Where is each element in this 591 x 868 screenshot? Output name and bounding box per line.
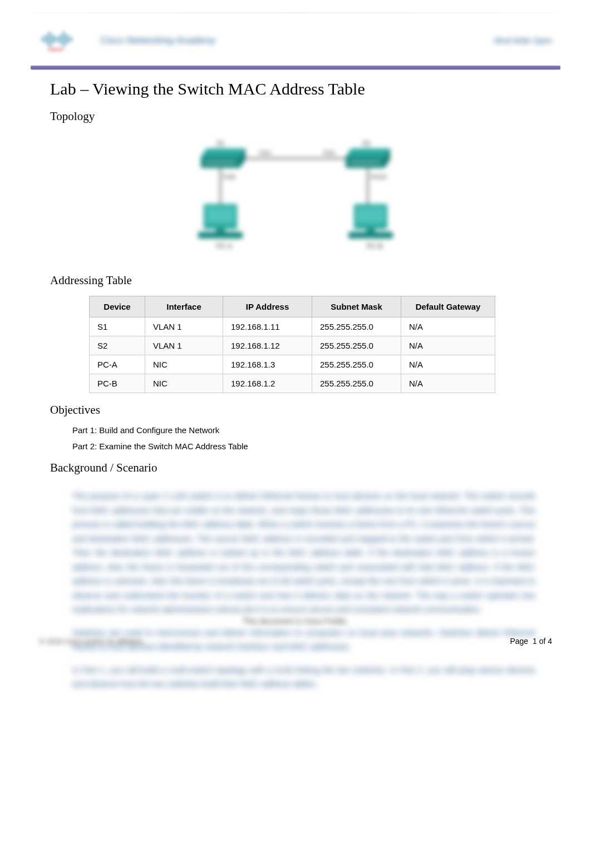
section-addressing-title: Addressing Table	[39, 274, 552, 287]
top-divider	[33, 12, 558, 13]
footer-pagination: Page 1 of 4	[510, 637, 552, 646]
svg-text:PC-B: PC-B	[367, 242, 383, 250]
topology-diagram: F0/1 F0/1 F0/6 F0/18 PC-A PC-B	[39, 132, 552, 260]
page-current: 1	[533, 637, 537, 646]
svg-rect-2	[49, 32, 51, 47]
table-cell: 255.255.255.0	[312, 355, 401, 374]
table-cell: PC-B	[90, 374, 145, 393]
header-right-text: Mind Wide Open	[494, 36, 552, 45]
svg-rect-28	[366, 229, 375, 232]
svg-rect-13	[205, 161, 235, 164]
svg-marker-14	[346, 148, 390, 157]
svg-rect-27	[348, 232, 393, 239]
header-divider-bar	[31, 66, 560, 70]
table-cell: VLAN 1	[145, 318, 223, 336]
footer-copyright: © 2016 Cisco and/or its affiliates.	[39, 637, 145, 646]
svg-text:CISCO: CISCO	[48, 47, 63, 52]
table-cell: NIC	[145, 355, 223, 374]
table-header: IP Address	[223, 296, 312, 318]
objectives-list: Part 1: Build and Configure the Network …	[39, 425, 552, 451]
table-cell: NIC	[145, 374, 223, 393]
table-cell: 192.168.1.11	[223, 318, 312, 336]
svg-rect-1	[45, 35, 47, 44]
table-cell: N/A	[401, 374, 495, 393]
table-cell: 255.255.255.0	[312, 336, 401, 355]
table-row: PC-B NIC 192.168.1.2 255.255.255.0 N/A	[90, 374, 495, 393]
svg-rect-23	[198, 232, 243, 239]
svg-rect-6	[63, 32, 65, 47]
svg-rect-8	[70, 37, 72, 42]
scenario-content: The purpose of a Layer 2 LAN switch is t…	[39, 483, 552, 706]
svg-text:PC-A: PC-A	[216, 242, 233, 250]
svg-text:F0/1: F0/1	[259, 150, 272, 156]
table-row: PC-A NIC 192.168.1.3 255.255.255.0 N/A	[90, 355, 495, 374]
svg-rect-17	[350, 161, 380, 164]
svg-rect-7	[67, 35, 68, 44]
svg-text:F0/1: F0/1	[323, 150, 336, 156]
table-cell: 192.168.1.3	[223, 355, 312, 374]
svg-text:S2: S2	[362, 140, 371, 147]
table-cell: VLAN 1	[145, 336, 223, 355]
table-header: Interface	[145, 296, 223, 318]
table-cell: PC-A	[90, 355, 145, 374]
svg-rect-24	[216, 229, 225, 232]
section-background-title: Background / Scenario	[39, 461, 552, 475]
table-cell: S1	[90, 318, 145, 336]
page-total: 4	[548, 637, 552, 646]
svg-text:F0/18: F0/18	[371, 173, 386, 180]
document-page: CISCO Cisco Networking Academy Mind Wide…	[0, 0, 591, 868]
section-objectives-title: Objectives	[39, 403, 552, 417]
svg-rect-0	[42, 37, 43, 42]
svg-rect-22	[206, 207, 234, 224]
section-topology-title: Topology	[39, 110, 552, 123]
table-cell: 192.168.1.2	[223, 374, 312, 393]
objective-item: Part 2: Examine the Switch MAC Address T…	[72, 442, 552, 451]
table-header-row: Device Interface IP Address Subnet Mask …	[90, 296, 495, 318]
svg-text:F0/6: F0/6	[223, 173, 235, 180]
footer-center-text: This document is Cisco Public.	[39, 617, 552, 626]
table-row: S1 VLAN 1 192.168.1.11 255.255.255.0 N/A	[90, 318, 495, 336]
table-cell: 255.255.255.0	[312, 318, 401, 336]
document-header: CISCO Cisco Networking Academy Mind Wide…	[39, 22, 552, 61]
objective-item: Part 1: Build and Configure the Network	[72, 425, 552, 435]
page-label: Page	[510, 637, 528, 646]
svg-rect-3	[52, 35, 54, 44]
svg-rect-5	[60, 35, 61, 44]
table-cell: 192.168.1.12	[223, 336, 312, 355]
table-cell: N/A	[401, 318, 495, 336]
scenario-paragraph: The purpose of a Layer 2 LAN switch is t…	[72, 489, 535, 617]
table-cell: 255.255.255.0	[312, 374, 401, 393]
page-of: of	[539, 637, 546, 646]
table-header: Device	[90, 296, 145, 318]
svg-rect-4	[56, 37, 57, 42]
svg-rect-26	[357, 207, 385, 224]
cisco-logo-icon: CISCO	[39, 28, 83, 53]
table-cell: N/A	[401, 355, 495, 374]
header-subtitle: Cisco Networking Academy	[100, 35, 215, 46]
addressing-table: Device Interface IP Address Subnet Mask …	[89, 296, 495, 393]
page-title: Lab – Viewing the Switch MAC Address Tab…	[39, 80, 552, 98]
table-header: Subnet Mask	[312, 296, 401, 318]
table-header: Default Gateway	[401, 296, 495, 318]
table-cell: S2	[90, 336, 145, 355]
scenario-paragraph: In Part 1, you will build a multi-switch…	[72, 663, 535, 691]
svg-marker-10	[201, 148, 245, 157]
svg-text:S1: S1	[216, 140, 225, 147]
document-footer: This document is Cisco Public. © 2016 Ci…	[39, 617, 552, 646]
table-cell: N/A	[401, 336, 495, 355]
table-row: S2 VLAN 1 192.168.1.12 255.255.255.0 N/A	[90, 336, 495, 355]
